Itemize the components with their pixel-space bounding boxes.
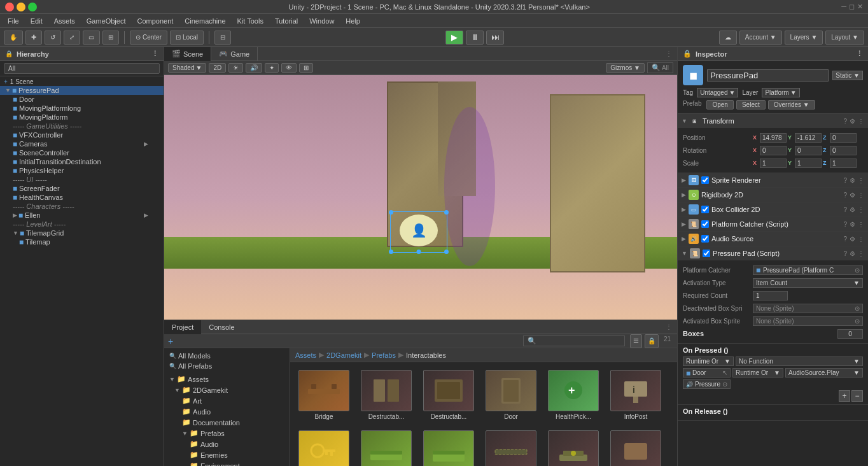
object-name-field[interactable] — [707, 69, 829, 81]
audio-source-header[interactable]: ▶ 🔊 Audio Source ? ⚙ ⋮ — [678, 232, 868, 246]
asset-door[interactable]: Door — [482, 367, 540, 423]
runtime-dropdown2[interactable]: Runtime Or ▼ — [732, 368, 783, 378]
asset-movplat1[interactable]: MovingPlat... — [358, 428, 415, 466]
restore-icon[interactable]: ◻ — [849, 3, 855, 11]
pp-help-btn[interactable]: ? — [843, 250, 847, 257]
asset-destructable2[interactable]: Destructab... — [420, 367, 477, 423]
sr-more-btn[interactable]: ⋮ — [858, 177, 864, 184]
scene-more-icon[interactable]: ⋮ — [661, 50, 677, 57]
tree-audio-sub[interactable]: 📁 Audio — [164, 439, 290, 449]
asset-passthru1[interactable]: PassThrou... — [482, 428, 540, 466]
hier-item-physics[interactable]: ◼ PhysicsHelper — [0, 166, 164, 175]
audio-btn[interactable]: 🔊 — [246, 63, 262, 73]
transform-header[interactable]: ▼ ⊞ Transform ? ⚙ ⋮ — [678, 114, 868, 128]
transform-settings-btn[interactable]: ⚙ — [850, 118, 855, 125]
scale-tool[interactable]: ⤢ — [64, 31, 80, 45]
local-btn[interactable]: ⊡ Local — [170, 31, 204, 45]
bc-more-btn[interactable]: ⋮ — [858, 206, 864, 213]
shaded-dropdown[interactable]: Shaded ▼ — [168, 63, 206, 73]
tree-all-models[interactable]: 🔍 All Models — [164, 351, 290, 361]
menu-tutorial[interactable]: Tutorial — [270, 16, 303, 26]
rot-z-input[interactable] — [830, 146, 857, 155]
prefab-select-btn[interactable]: Select — [736, 100, 766, 109]
hierarchy-menu-icon[interactable]: ⋮ — [151, 50, 158, 58]
hier-item-screenfader[interactable]: ◼ ScreenFader — [0, 184, 164, 193]
transform-more-btn[interactable]: ⋮ — [858, 118, 864, 125]
asset-destructable1[interactable]: Destructab... — [358, 367, 415, 423]
menu-gameobject[interactable]: GameObject — [81, 16, 131, 26]
bc-enabled[interactable] — [701, 206, 709, 213]
rb-more-btn[interactable]: ⋮ — [858, 192, 864, 199]
play-btn[interactable]: ▶ — [445, 31, 463, 45]
proj-filter-btn[interactable]: ☰ — [630, 334, 642, 348]
event-add-btn[interactable]: + — [839, 390, 850, 402]
static-dropdown[interactable]: Static ▼ — [832, 71, 863, 80]
hier-item-vfx[interactable]: ◼ VFXController — [0, 131, 164, 139]
pc-help-btn[interactable]: ? — [843, 221, 847, 228]
hier-item-movplatlong[interactable]: ◼ MovingPlatformlong — [0, 104, 164, 113]
tree-prefabs[interactable]: ▼ 📁 Prefabs — [164, 428, 290, 439]
menu-component[interactable]: Component — [132, 16, 178, 26]
hier-item-tilemap[interactable]: ◼ Tilemap — [0, 237, 164, 246]
tree-art[interactable]: 📁 Art — [164, 395, 290, 406]
tree-docs[interactable]: 📁 Documentation — [164, 417, 290, 428]
maximize-btn[interactable] — [28, 3, 37, 11]
inspector-menu-icon[interactable]: ⋮ — [856, 50, 863, 58]
move-tool[interactable]: ✚ — [25, 31, 42, 45]
minimize-icon[interactable]: ─ — [841, 3, 846, 11]
menu-assets[interactable]: Assets — [49, 16, 80, 26]
tree-assets[interactable]: ▼ 📁 Assets — [164, 374, 290, 385]
hier-item-cameras[interactable]: ◼ Cameras ▶ — [0, 139, 164, 148]
breadcrumb-2dgamekit[interactable]: 2DGamekit — [326, 351, 361, 359]
layout-btn[interactable]: Layout ▼ — [825, 31, 864, 45]
tab-scene[interactable]: 🎬 Scene — [164, 47, 211, 61]
asset-bridge[interactable]: Bridge — [295, 367, 353, 423]
door-cursor-icon[interactable]: ↖ — [722, 369, 727, 376]
tab-game[interactable]: 🎮 Game — [211, 47, 258, 61]
hand-tool[interactable]: ✋ — [4, 31, 23, 45]
menu-file[interactable]: File — [3, 16, 24, 26]
close-icon[interactable]: ✕ — [857, 3, 863, 11]
hier-item-healthcanvas[interactable]: ◼ HealthCanvas — [0, 193, 164, 202]
hidden-btn[interactable]: 👁 — [281, 63, 297, 73]
snap-btn[interactable]: ⊟ — [214, 31, 231, 45]
tree-audio[interactable]: 📁 Audio — [164, 406, 290, 417]
pc-settings-btn[interactable]: ⚙ — [850, 221, 855, 228]
sc-z-input[interactable] — [830, 159, 857, 168]
sc-x-input[interactable] — [760, 159, 787, 168]
asset-healthpickup[interactable]: + HealthPick... — [545, 367, 602, 423]
menu-cinemachine[interactable]: Cinemachine — [179, 16, 230, 26]
inspector-lock-icon[interactable]: 🔒 — [683, 50, 692, 58]
rot-y-input[interactable] — [795, 146, 822, 155]
hier-item-tilemapgrid[interactable]: ▼ ◼ TilemapGrid — [0, 229, 164, 237]
rotate-tool[interactable]: ↺ — [45, 31, 61, 45]
sr-enabled[interactable] — [701, 176, 709, 184]
grid-btn[interactable]: ⊞ — [299, 63, 313, 73]
rot-x-input[interactable] — [760, 146, 787, 155]
no-function-dropdown[interactable]: No Function ▼ — [736, 357, 863, 366]
proj-search-bar[interactable]: 🔍 — [523, 335, 625, 346]
center-btn[interactable]: ⊙ Center — [130, 31, 167, 45]
pc-ref-select[interactable]: ⊙ — [855, 267, 860, 274]
sprite-renderer-header[interactable]: ▶ 🖼 Sprite Renderer ? ⚙ ⋮ — [678, 173, 868, 187]
transform-tool[interactable]: ⊞ — [102, 31, 119, 45]
menu-edit[interactable]: Edit — [25, 16, 48, 26]
pause-btn[interactable]: ⏸ — [466, 31, 484, 45]
pos-x-input[interactable] — [760, 133, 787, 143]
menu-kit-tools[interactable]: Kit Tools — [232, 16, 269, 26]
transform-help-btn[interactable]: ? — [843, 118, 847, 125]
pressure-target-icon[interactable]: ⊙ — [722, 381, 727, 388]
pp-enabled[interactable] — [703, 250, 710, 257]
pc-enabled[interactable] — [701, 220, 709, 228]
hier-item-scenecontroller[interactable]: ◼ SceneController — [0, 148, 164, 157]
sc-y-input[interactable] — [795, 159, 822, 168]
pp-settings-btn[interactable]: ⚙ — [850, 250, 855, 257]
close-btn[interactable] — [5, 3, 14, 11]
runtime-dropdown1[interactable]: Runtime Or ▼ — [683, 357, 734, 366]
act-select[interactable]: ⊙ — [855, 318, 860, 325]
menu-help[interactable]: Help — [340, 16, 365, 26]
cloud-btn[interactable]: ☁ — [719, 31, 737, 45]
pos-z-input[interactable] — [830, 133, 857, 143]
proj-add-btn[interactable]: + — [168, 336, 173, 346]
hier-item-initial[interactable]: ◼ InitialTransitionDestination — [0, 157, 164, 166]
